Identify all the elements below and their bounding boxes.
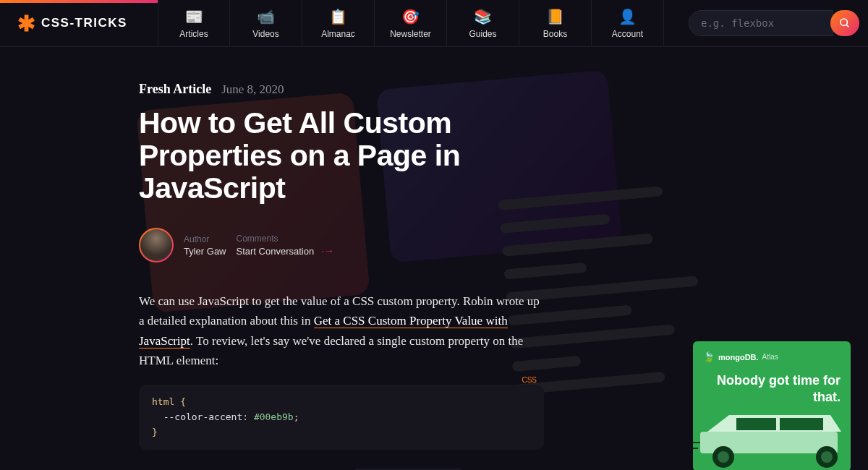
nav-videos[interactable]: 📹Videos: [230, 0, 302, 47]
fresh-article-label: Fresh Article: [139, 82, 211, 97]
ad-headline: Nobody got time for that.: [703, 372, 841, 406]
author-row: Author Tyler Gaw Comments Start Conversa…: [139, 228, 550, 262]
nav-account[interactable]: 👤Account: [592, 0, 664, 47]
article-date: June 8, 2020: [221, 82, 284, 97]
search-button[interactable]: [830, 10, 859, 36]
code-language-badge: CSS: [522, 375, 537, 386]
arrow-right-icon: ·→: [321, 245, 334, 257]
sidebar-ad[interactable]: 🍃 mongoDB. Atlas Nobody got time for tha…: [693, 341, 851, 470]
delorean-icon: [693, 406, 851, 470]
books-icon: 📙: [546, 8, 564, 25]
site-header: ✱ CSS-TRICKS 📰Articles 📹Videos 📋Almanac …: [0, 0, 868, 47]
asterisk-icon: ✱: [17, 11, 35, 36]
search: [680, 10, 868, 36]
search-input[interactable]: [689, 10, 833, 36]
nav-guides[interactable]: 📚Guides: [447, 0, 519, 47]
author-meta: Author Tyler Gaw: [184, 234, 226, 257]
nav-books[interactable]: 📙Books: [519, 0, 592, 47]
start-conversation-link[interactable]: Start Conversation ·→: [237, 245, 335, 257]
svg-point-9: [821, 451, 833, 463]
paragraph: In JavaScript, we can access the value w…: [139, 466, 544, 470]
paragraph: We can use JavaScript to get the value o…: [139, 291, 544, 370]
comments-meta: Comments Start Conversation ·→: [237, 234, 335, 257]
site-name: CSS-TRICKS: [41, 16, 127, 30]
article-meta: Fresh Article June 8, 2020: [139, 82, 550, 97]
nav-newsletter[interactable]: 🎯Newsletter: [375, 0, 447, 47]
svg-line-1: [846, 25, 848, 27]
article-title: How to Get All Custom Properties on a Pa…: [139, 107, 550, 205]
ad-brand: 🍃 mongoDB. Atlas: [703, 351, 841, 362]
article-body: We can use JavaScript to get the value o…: [139, 291, 544, 470]
site-logo[interactable]: ✱ CSS-TRICKS: [0, 11, 158, 36]
articles-icon: 📰: [185, 8, 203, 25]
svg-rect-5: [780, 418, 823, 430]
account-icon: 👤: [618, 8, 637, 25]
nav-almanac[interactable]: 📋Almanac: [302, 0, 375, 47]
code-block-css: CSS html { --color-accent: #00eb9b; }: [139, 385, 544, 450]
accent-bar: [0, 0, 158, 3]
avatar[interactable]: [139, 228, 174, 262]
newsletter-icon: 🎯: [401, 8, 420, 25]
mongodb-leaf-icon: 🍃: [703, 351, 715, 362]
nav-articles[interactable]: 📰Articles: [158, 0, 230, 47]
videos-icon: 📹: [257, 8, 275, 25]
svg-point-7: [718, 451, 729, 463]
author-name[interactable]: Tyler Gaw: [184, 246, 226, 257]
author-label: Author: [184, 234, 226, 244]
svg-point-0: [841, 19, 847, 25]
article: Fresh Article June 8, 2020 How to Get Al…: [0, 47, 550, 470]
svg-rect-4: [736, 418, 776, 430]
comments-label: Comments: [237, 234, 335, 244]
guides-icon: 📚: [474, 8, 492, 25]
main-nav: 📰Articles 📹Videos 📋Almanac 🎯Newsletter 📚…: [158, 0, 680, 47]
almanac-icon: 📋: [329, 8, 347, 25]
search-icon: [839, 17, 851, 29]
